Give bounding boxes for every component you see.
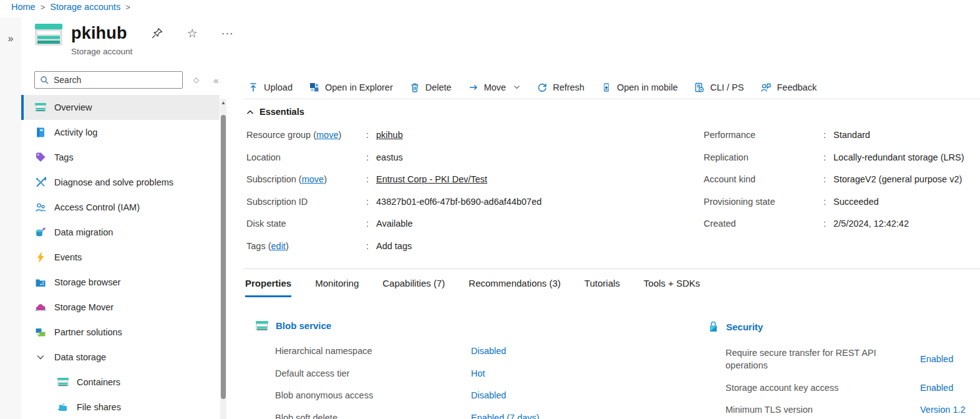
activity-log-icon xyxy=(35,127,46,138)
essentials-row-created: Created : 2/5/2024, 12:42:42 xyxy=(704,217,980,230)
delete-button[interactable]: Delete xyxy=(410,82,452,92)
sidebar-scrollbar[interactable]: ▲ xyxy=(220,99,226,419)
search-icon xyxy=(40,76,49,85)
toolbar-label: Upload xyxy=(264,82,293,92)
location-value: eastus xyxy=(376,151,403,164)
overview-tabs: Properties Monitoring Capabilities (7) R… xyxy=(245,278,700,297)
subscription-move-link[interactable]: move xyxy=(302,174,324,184)
toolbar-label: Refresh xyxy=(553,82,585,92)
essentials-row-replication: Replication : Locally-redundant storage … xyxy=(704,151,980,164)
resource-sidebar: ◇ « Overview Activity log Tags xyxy=(21,17,228,419)
breadcrumb-separator: > xyxy=(41,2,46,12)
essentials-row-resource-group: Resource group (move) : pkihub xyxy=(246,129,699,141)
subscription-link[interactable]: Entrust Corp - PKI Dev/Test xyxy=(376,173,487,185)
blob-service-header[interactable]: Blob service xyxy=(256,320,700,331)
tab-tutorials[interactable]: Tutorials xyxy=(585,278,620,297)
tab-monitoring[interactable]: Monitoring xyxy=(315,278,359,297)
provisioning-state-value: Succeeded xyxy=(833,195,879,208)
sidebar-menu: Overview Activity log Tags Diagnose and … xyxy=(21,95,220,419)
blob-anonymous-access-value-link[interactable]: Disabled xyxy=(471,389,506,402)
minimum-tls-value-link[interactable]: Version 1.2 xyxy=(920,403,966,416)
trash-icon xyxy=(410,82,420,92)
tab-tools-sdks[interactable]: Tools + SDKs xyxy=(644,278,700,297)
storage-mover-icon xyxy=(35,302,46,313)
left-gutter: » xyxy=(0,17,21,419)
tags-edit-link[interactable]: edit xyxy=(271,241,286,251)
sidebar-item-access-control[interactable]: Access Control (IAM) xyxy=(21,195,220,220)
sidebar-item-label: Diagnose and solve problems xyxy=(54,177,173,187)
upload-button[interactable]: Upload xyxy=(248,82,293,92)
sidebar-search-row: ◇ « xyxy=(34,71,219,89)
mobile-phone-icon xyxy=(601,82,611,92)
blob-soft-delete-value-link[interactable]: Enabled (7 days) xyxy=(471,412,540,419)
section-title: Blob service xyxy=(276,320,331,331)
security-header[interactable]: Security xyxy=(708,320,980,333)
sidebar-item-partner-solutions[interactable]: Partner solutions xyxy=(21,320,220,345)
essentials-row-performance: Performance : Standard xyxy=(704,129,980,141)
file-shares-icon xyxy=(57,402,69,413)
key-access-value-link[interactable]: Enabled xyxy=(920,382,953,394)
essentials-row-subscription-id: Subscription ID : 43827b01-e0f6-47bf-b69… xyxy=(246,195,699,208)
resource-group-link[interactable]: pkihub xyxy=(376,129,403,141)
scrollbar-thumb[interactable] xyxy=(221,115,226,399)
events-icon xyxy=(35,252,46,263)
prop-row-minimum-tls: Minimum TLS version Version 1.2 xyxy=(708,403,980,416)
tab-recommendations[interactable]: Recommendations (3) xyxy=(468,278,561,297)
reorder-icon[interactable]: ◇ xyxy=(193,76,199,84)
scrollbar-up-arrow[interactable]: ▲ xyxy=(220,99,226,107)
tab-properties[interactable]: Properties xyxy=(245,278,291,297)
add-tags-link[interactable]: Add tags xyxy=(376,240,412,252)
prop-row-blob-soft-delete: Blob soft delete Enabled (7 days) xyxy=(256,412,700,419)
breadcrumb-separator: > xyxy=(125,2,130,12)
security-section: Security Require secure transfer for RES… xyxy=(708,320,980,416)
prop-row-secure-transfer: Require secure transfer for REST API ope… xyxy=(708,347,980,372)
access-control-icon xyxy=(35,202,46,213)
move-dropdown-chevron-icon[interactable] xyxy=(513,84,520,91)
diagnose-icon xyxy=(35,177,46,188)
prop-row-key-access: Storage account key access Enabled xyxy=(708,382,980,394)
essentials-row-location: Location : eastus xyxy=(246,151,699,164)
resource-group-move-link[interactable]: move xyxy=(316,130,338,140)
tab-capabilities[interactable]: Capabilities (7) xyxy=(382,278,445,297)
move-button[interactable]: Move xyxy=(468,82,520,92)
open-in-mobile-button[interactable]: Open in mobile xyxy=(601,82,678,92)
feedback-button[interactable]: Feedback xyxy=(760,82,817,92)
sidebar-item-events[interactable]: Events xyxy=(21,245,220,270)
move-arrow-icon xyxy=(468,82,478,92)
sidebar-item-label: Partner solutions xyxy=(54,327,122,337)
sidebar-group-data-storage[interactable]: Data storage xyxy=(21,345,220,370)
blob-service-section: Blob service Hierarchical namespace Disa… xyxy=(256,320,700,419)
sidebar-item-label: Data migration xyxy=(54,227,113,237)
sidebar-search-input[interactable] xyxy=(54,75,177,85)
sidebar-item-storage-mover[interactable]: Storage Mover xyxy=(21,295,220,320)
breadcrumb-home-link[interactable]: Home xyxy=(11,2,36,12)
sidebar-item-overview[interactable]: Overview xyxy=(21,95,220,120)
essentials-row-tags: Tags (edit) : Add tags xyxy=(246,240,699,252)
sidebar-item-diagnose[interactable]: Diagnose and solve problems xyxy=(21,170,220,195)
sidebar-item-activity-log[interactable]: Activity log xyxy=(21,120,220,145)
breadcrumb-storage-accounts-link[interactable]: Storage accounts xyxy=(50,2,120,12)
essentials-toggle[interactable]: Essentials xyxy=(246,107,304,117)
expand-panel-icon[interactable]: » xyxy=(8,34,14,44)
sidebar-item-label: File shares xyxy=(77,402,121,412)
performance-value: Standard xyxy=(833,129,870,141)
collapse-sidebar-icon[interactable]: « xyxy=(213,75,218,86)
resource-panel: pkihub ☆ ··· Storage account ◇ xyxy=(21,17,980,419)
sidebar-item-containers[interactable]: Containers xyxy=(21,370,220,395)
sidebar-item-storage-browser[interactable]: Storage browser xyxy=(21,270,220,295)
essentials-row-provisioning-state: Provisioning state : Succeeded xyxy=(704,195,980,208)
cli-ps-button[interactable]: CLI / PS xyxy=(694,82,744,92)
sidebar-searchbox[interactable] xyxy=(34,71,183,89)
default-access-tier-value-link[interactable]: Hot xyxy=(471,367,485,380)
sidebar-item-file-shares[interactable]: File shares xyxy=(21,395,220,419)
refresh-button[interactable]: Refresh xyxy=(537,82,585,92)
hierarchical-namespace-value-link[interactable]: Disabled xyxy=(471,345,506,357)
sidebar-item-data-migration[interactable]: Data migration xyxy=(21,220,220,245)
sidebar-item-label: Activity log xyxy=(54,127,97,137)
account-kind-value: StorageV2 (general purpose v2) xyxy=(833,173,962,185)
secure-transfer-value-link[interactable]: Enabled xyxy=(920,353,953,365)
data-migration-icon xyxy=(35,227,46,238)
refresh-icon xyxy=(537,82,547,92)
open-in-explorer-button[interactable]: Open in Explorer xyxy=(309,82,393,92)
sidebar-item-tags[interactable]: Tags xyxy=(21,145,220,170)
